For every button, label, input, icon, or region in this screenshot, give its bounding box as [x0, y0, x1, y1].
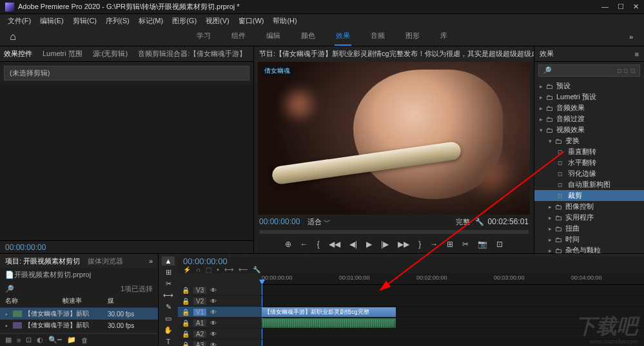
tool-button[interactable]: ⊞ — [162, 268, 175, 277]
transport-button[interactable]: ▶▶ — [398, 240, 409, 249]
program-tc-left[interactable]: 00:00:00:00 — [259, 217, 300, 226]
audio-clip[interactable] — [262, 318, 396, 328]
project-footer-button[interactable]: 📁 — [67, 336, 76, 344]
column-header[interactable]: 名称 — [5, 296, 63, 307]
menu-item[interactable]: 标记(M) — [135, 15, 168, 27]
track-header[interactable]: 🔒A3👁 — [178, 340, 262, 346]
effects-folder[interactable]: ▾🗀视频效果 — [534, 124, 644, 135]
effect-item[interactable]: ⊡裁剪 — [534, 190, 644, 201]
effect-item[interactable]: ⊡自动重新构图 — [534, 179, 644, 190]
project-tab[interactable]: 项目: 开眼视频素材剪切 — [5, 256, 80, 266]
program-video-frame[interactable]: 倩女幽魂 — [258, 62, 530, 215]
panel-tab[interactable]: 音频剪辑混合器:【倩女幽魂手游】 — [138, 49, 246, 59]
workspace-tab[interactable]: 组件 — [230, 27, 247, 46]
workspace-tab[interactable]: 学习 — [195, 27, 212, 46]
project-item[interactable]: ▪【倩女幽魂手游】新职30.00 fps — [0, 308, 158, 320]
menu-item[interactable]: 编辑(E) — [36, 15, 68, 27]
video-clip[interactable]: 【倩女幽魂手游】新职业影灵剧情cg完整 — [262, 307, 396, 317]
transport-button[interactable]: ⊕ — [285, 240, 291, 249]
tool-button[interactable]: ▭ — [162, 314, 175, 323]
tool-button[interactable]: ⟷ — [162, 291, 175, 300]
project-search-input[interactable]: 🔎 — [5, 285, 14, 293]
timeline-timecode[interactable]: 00:00:00:00 — [178, 256, 644, 266]
effect-item[interactable]: ⊡垂直翻转 — [534, 146, 644, 157]
transport-button[interactable]: { — [317, 240, 320, 249]
effects-folder[interactable]: ▸🗀时间 — [534, 234, 644, 245]
transport-button[interactable]: ◀| — [349, 240, 357, 249]
effects-folder[interactable]: ▸🗀杂色与颗粒 — [534, 245, 644, 253]
project-item[interactable]: ▪【倩女幽魂手游】新职30.00 fps — [0, 320, 158, 331]
timeline-tool[interactable]: ∩ — [196, 266, 200, 273]
tool-button[interactable]: ✂ — [162, 280, 175, 289]
project-footer-button[interactable]: 🔍━ — [48, 336, 62, 344]
panel-menu-icon[interactable]: ≡ — [635, 50, 639, 58]
timeline-tool[interactable]: 🔧 — [253, 266, 260, 273]
menu-item[interactable]: 序列(S) — [102, 15, 133, 27]
tool-button[interactable]: ✋ — [162, 325, 175, 334]
column-header[interactable]: 媒 — [108, 296, 153, 307]
transport-button[interactable]: ✂ — [462, 240, 469, 249]
menu-item[interactable]: 窗口(W) — [235, 15, 268, 27]
transport-button[interactable]: 📷 — [478, 240, 487, 249]
settings-icon[interactable]: 🔧 — [475, 218, 484, 226]
effect-item[interactable]: ⊡水平翻转 — [534, 157, 644, 168]
overflow-icon[interactable]: » — [618, 33, 644, 41]
effects-tab[interactable]: 效果 — [540, 49, 554, 59]
transport-button[interactable]: ⊞ — [447, 240, 453, 249]
panel-tab[interactable]: 源:(无剪辑) — [93, 49, 128, 59]
transport-button[interactable]: ← — [300, 240, 308, 249]
project-footer-button[interactable]: ▦ — [5, 336, 12, 344]
close-button[interactable]: ✕ — [633, 3, 639, 11]
transport-button[interactable]: ▶ — [366, 240, 372, 249]
effects-folder[interactable]: ▸🗀Lumetri 预设 — [534, 91, 644, 102]
track-header[interactable]: 🔒A2👁 — [178, 329, 262, 340]
track-header[interactable]: 🔒V2👁 — [178, 296, 262, 307]
program-scrubber[interactable] — [259, 230, 529, 234]
project-bin-label[interactable]: 📄 开眼视频素材剪切.prproj — [0, 268, 158, 281]
menu-item[interactable]: 视图(V) — [202, 15, 233, 27]
time-ruler[interactable]: 00:00:00:0000:01:00:0000:02:00:0000:03:0… — [262, 273, 644, 285]
timeline-track[interactable] — [262, 296, 644, 307]
panel-tab[interactable]: Lumetri 范围 — [43, 49, 83, 59]
workspace-tab[interactable]: 库 — [439, 27, 449, 46]
menu-item[interactable]: 图形(G) — [168, 15, 200, 27]
home-icon[interactable]: ⌂ — [0, 31, 26, 43]
project-tab[interactable]: 媒体浏览器 — [88, 256, 123, 266]
zoom-fit-dropdown[interactable]: 适合 ﹀ — [307, 217, 331, 227]
project-footer-button[interactable]: ⊡ — [26, 336, 32, 344]
timeline-tool[interactable]: ⬚ — [206, 266, 211, 273]
timeline-track[interactable] — [262, 285, 644, 296]
effects-search-input[interactable]: 🔎 ⊡ ⊡ ⊡ — [538, 64, 640, 77]
project-footer-button[interactable]: ◐ — [37, 336, 43, 344]
menu-item[interactable]: 剪辑(C) — [69, 15, 101, 27]
workspace-tab[interactable]: 颜色 — [300, 27, 317, 46]
timeline-tool[interactable]: ⟵ — [239, 266, 248, 273]
clip-selector-dropdown[interactable]: (未选择剪辑) — [4, 66, 249, 81]
effects-folder[interactable]: ▸🗀图像控制 — [534, 201, 644, 212]
track-header[interactable]: 🔒A1👁 — [178, 318, 262, 329]
tool-button[interactable]: T — [162, 337, 175, 346]
track-header[interactable]: 🔒V1👁 — [178, 307, 262, 318]
track-header[interactable]: 🔒V3👁 — [178, 285, 262, 296]
transport-button[interactable]: ◀◀ — [329, 240, 340, 249]
column-header[interactable]: 帧速率 — [63, 296, 108, 307]
minimize-button[interactable]: — — [601, 3, 609, 11]
panel-tab[interactable]: 效果控件 — [4, 49, 32, 59]
filter-badges[interactable]: ⊡ ⊡ ⊡ — [617, 68, 636, 74]
tool-button[interactable]: ✎ — [162, 303, 175, 312]
project-footer-button[interactable]: ≡ — [17, 336, 21, 344]
effects-folder[interactable]: ▸🗀音频效果 — [534, 102, 644, 113]
effect-item[interactable]: ⊡羽化边缘 — [534, 168, 644, 179]
timeline-tool[interactable]: ⚡ — [183, 266, 191, 273]
maximize-button[interactable]: ☐ — [618, 3, 624, 11]
effects-folder[interactable]: ▾🗀变换 — [534, 135, 644, 146]
effects-folder[interactable]: ▸🗀音频过渡 — [534, 113, 644, 124]
transport-button[interactable]: ⊡ — [496, 240, 503, 249]
workspace-tab[interactable]: 效果 — [335, 27, 351, 46]
effects-folder[interactable]: ▸🗀预设 — [534, 81, 644, 91]
menu-item[interactable]: 帮助(H) — [269, 15, 300, 27]
transport-button[interactable]: → — [430, 240, 438, 249]
timeline-tool[interactable]: • — [217, 266, 219, 273]
workspace-tab[interactable]: 编辑 — [265, 27, 282, 46]
playback-mode[interactable]: 完整 — [456, 217, 470, 227]
